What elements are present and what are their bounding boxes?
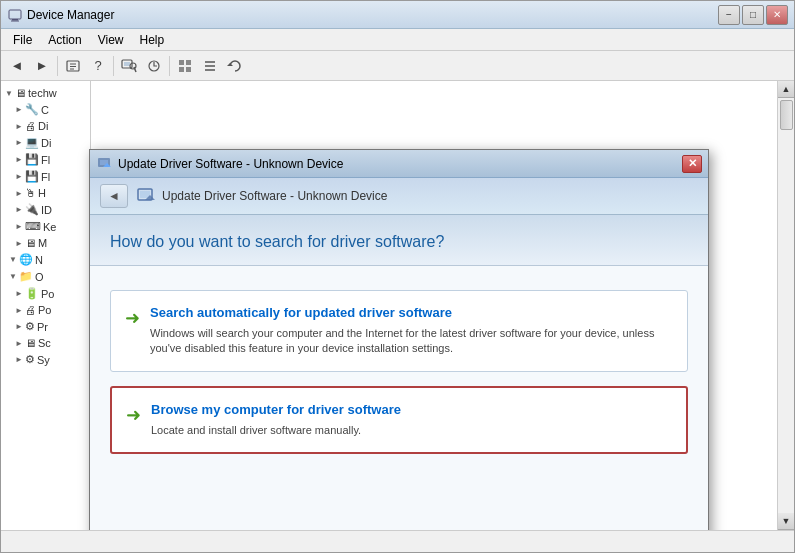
toolbar-view2[interactable] xyxy=(198,54,222,78)
toolbar-forward[interactable]: ► xyxy=(30,54,54,78)
list-item[interactable]: ►🖥M xyxy=(1,235,90,251)
svg-rect-1 xyxy=(12,19,18,21)
list-item[interactable]: ►⚙Pr xyxy=(1,318,90,335)
window-controls: − □ ✕ xyxy=(718,5,788,25)
device-manager-window: Device Manager − □ ✕ File Action View He… xyxy=(0,0,795,553)
menu-bar: File Action View Help xyxy=(1,29,794,51)
toolbar: ◄ ► ? xyxy=(1,51,794,81)
dialog-body: ➜ Search automatically for updated drive… xyxy=(90,266,708,530)
svg-point-10 xyxy=(130,63,136,69)
app-icon xyxy=(7,7,23,23)
menu-help[interactable]: Help xyxy=(132,31,173,49)
status-bar xyxy=(1,530,794,552)
window-title: Device Manager xyxy=(27,8,718,22)
device-tree: ▼ 🖥 techw ►🔧C ►🖨Di ►💻Di ►💾Fl ►💾Fl ►🖱H ►🔌… xyxy=(1,81,91,530)
svg-rect-2 xyxy=(11,20,19,21)
menu-file[interactable]: File xyxy=(5,31,40,49)
list-item[interactable]: ▼📁O xyxy=(1,268,90,285)
scrollbar[interactable]: ▲ ▼ xyxy=(777,81,794,530)
toolbar-view1[interactable] xyxy=(173,54,197,78)
svg-rect-0 xyxy=(9,10,21,19)
toolbar-sep-1 xyxy=(57,56,58,76)
update-driver-icon xyxy=(136,186,156,206)
dialog-title-icon xyxy=(96,156,112,172)
list-item[interactable]: ►🖨Di xyxy=(1,118,90,134)
dialog-close-button[interactable]: ✕ xyxy=(682,155,702,173)
browse-desc: Locate and install driver software manua… xyxy=(151,423,401,438)
maximize-button[interactable]: □ xyxy=(742,5,764,25)
svg-rect-15 xyxy=(186,67,191,72)
tree-root-arrow: ▼ xyxy=(5,89,13,98)
dialog-back-button[interactable]: ◄ xyxy=(100,184,128,208)
toolbar-refresh[interactable] xyxy=(223,54,247,78)
list-item[interactable]: ►🖨Po xyxy=(1,302,90,318)
list-item[interactable]: ►💾Fl xyxy=(1,168,90,185)
browse-option[interactable]: ➜ Browse my computer for driver software… xyxy=(110,386,688,454)
list-item[interactable]: ►🔧C xyxy=(1,101,90,118)
toolbar-help[interactable]: ? xyxy=(86,54,110,78)
list-item[interactable]: ►💾Fl xyxy=(1,151,90,168)
svg-rect-12 xyxy=(179,60,184,65)
list-item[interactable]: ►💻Di xyxy=(1,134,90,151)
dialog-nav-bar: ◄ Update Driver Software - Unknown Devic… xyxy=(90,178,708,215)
svg-rect-13 xyxy=(186,60,191,65)
tree-root-icon: 🖥 xyxy=(15,87,26,99)
list-item[interactable]: ►🖥Sc xyxy=(1,335,90,351)
list-item[interactable]: ►🔌ID xyxy=(1,201,90,218)
scroll-thumb[interactable] xyxy=(780,100,793,130)
toolbar-back[interactable]: ◄ xyxy=(5,54,29,78)
window-close-button[interactable]: ✕ xyxy=(766,5,788,25)
menu-action[interactable]: Action xyxy=(40,31,89,49)
toolbar-scan[interactable] xyxy=(117,54,141,78)
dialog-title-text: Update Driver Software - Unknown Device xyxy=(118,157,682,171)
toolbar-update[interactable] xyxy=(142,54,166,78)
title-bar: Device Manager − □ ✕ xyxy=(1,1,794,29)
list-item[interactable]: ►⌨Ke xyxy=(1,218,90,235)
dialog-content: ◄ Update Driver Software - Unknown Devic… xyxy=(90,178,708,530)
toolbar-properties[interactable] xyxy=(61,54,85,78)
tree-root[interactable]: ▼ 🖥 techw xyxy=(1,85,90,101)
content-area: ▼ 🖥 techw ►🔧C ►🖨Di ►💻Di ►💾Fl ►💾Fl ►🖱H ►🔌… xyxy=(1,81,794,530)
list-item[interactable]: ►🖱H xyxy=(1,185,90,201)
menu-view[interactable]: View xyxy=(90,31,132,49)
minimize-button[interactable]: − xyxy=(718,5,740,25)
browse-text: Browse my computer for driver software L… xyxy=(151,402,401,438)
toolbar-sep-2 xyxy=(113,56,114,76)
dialog-title-bar: Update Driver Software - Unknown Device … xyxy=(90,150,708,178)
auto-search-arrow: ➜ xyxy=(125,307,140,329)
update-driver-dialog: Update Driver Software - Unknown Device … xyxy=(89,149,709,530)
svg-rect-14 xyxy=(179,67,184,72)
toolbar-sep-3 xyxy=(169,56,170,76)
auto-search-option[interactable]: ➜ Search automatically for updated drive… xyxy=(110,290,688,372)
tree-root-label: techw xyxy=(28,87,57,99)
browse-title: Browse my computer for driver software xyxy=(151,402,401,417)
browse-arrow: ➜ xyxy=(126,404,141,426)
auto-search-desc: Windows will search your computer and th… xyxy=(150,326,671,357)
svg-rect-8 xyxy=(124,62,130,66)
list-item[interactable]: ►⚙Sy xyxy=(1,351,90,368)
svg-marker-19 xyxy=(227,63,233,66)
scroll-down[interactable]: ▼ xyxy=(778,513,795,530)
search-question: How do you want to search for driver sof… xyxy=(110,233,688,251)
auto-search-title: Search automatically for updated driver … xyxy=(150,305,671,320)
list-item[interactable]: ▼🌐N xyxy=(1,251,90,268)
list-item[interactable]: ►🔋Po xyxy=(1,285,90,302)
dialog-header-title: Update Driver Software - Unknown Device xyxy=(162,189,387,203)
scroll-up[interactable]: ▲ xyxy=(778,81,795,98)
auto-search-text: Search automatically for updated driver … xyxy=(150,305,671,357)
dialog-header: How do you want to search for driver sof… xyxy=(90,215,708,266)
